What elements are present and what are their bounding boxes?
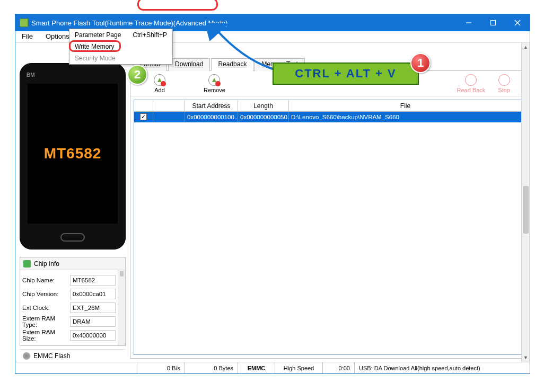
status-mode: High Speed: [275, 362, 323, 373]
read-back-button: Read Back: [457, 74, 486, 93]
window-title: Smart Phone Flash Tool(Runtime Trace Mod…: [31, 19, 457, 27]
chip-info-panel: Chip Info Chip Name: Chip Version: Ext C…: [20, 257, 126, 346]
status-bar: 0 B/s 0 Bytes EMMC High Speed 0:00 USB: …: [15, 362, 530, 373]
emmc-title: EMMC Flash: [33, 352, 70, 360]
annotation-badge-2: 2: [127, 65, 147, 85]
readback-table: Start Address Length File ✓ 0x0000000001…: [134, 100, 523, 355]
gear-icon: [23, 352, 30, 360]
chip-info-scrollbar[interactable]: [118, 270, 125, 345]
row-checkbox[interactable]: ✓: [140, 113, 147, 120]
menu-file[interactable]: File: [15, 31, 39, 42]
tab-download[interactable]: Download: [168, 58, 210, 71]
app-icon: [20, 19, 28, 27]
cell-file: D:\Lenovo_S660\backup\NVRAM_S660: [289, 112, 522, 122]
add-button[interactable]: Add: [154, 74, 165, 93]
stop-button: Stop: [498, 74, 510, 93]
left-panel: BM MT6582 Chip Info Chip Name: Chip Vers…: [15, 43, 130, 362]
cell-length: 0x000000000050...: [238, 112, 289, 122]
extern-ram-type-value[interactable]: [70, 316, 116, 327]
cell-start-address: 0x000000000100...: [185, 112, 238, 122]
extern-ram-size-label: Extern RAM Size:: [22, 328, 70, 342]
annotation-badge-1: 1: [410, 53, 431, 73]
table-row[interactable]: ✓ 0x000000000100... 0x000000000050... D:…: [134, 112, 522, 122]
chip-name-label: Chip Name:: [22, 273, 70, 287]
maximize-button[interactable]: [481, 14, 505, 31]
col-file[interactable]: File: [289, 100, 522, 111]
svg-rect-1: [491, 21, 496, 25]
status-usb: USB: DA Download All(high speed,auto det…: [355, 362, 530, 373]
phone-home-icon: [60, 233, 85, 242]
phone-chip-label: MT6582: [44, 145, 102, 162]
remove-button[interactable]: Remove: [204, 74, 225, 93]
window-menu-dropdown: Parameter Page Ctrl+Shift+P Write Memory…: [69, 29, 173, 65]
chip-version-label: Chip Version:: [22, 287, 70, 301]
annotation-shortcut-box: CTRL + ALT + V: [273, 63, 419, 85]
menu-parameter-page[interactable]: Parameter Page Ctrl+Shift+P: [69, 29, 172, 41]
annotation-title-highlight: [137, 0, 218, 11]
status-bytes: 0 Bytes: [185, 362, 238, 373]
status-time: 0:00: [323, 362, 355, 373]
status-storage: EMMC: [238, 362, 275, 373]
tab-readback[interactable]: Readback: [211, 58, 253, 71]
readback-icon: [465, 74, 477, 86]
menu-write-memory[interactable]: Write Memory: [69, 41, 172, 52]
phone-preview: BM MT6582: [20, 63, 126, 250]
extern-ram-type-label: Extern RAM Type:: [22, 315, 70, 328]
remove-icon: [208, 74, 220, 86]
minimize-button[interactable]: [457, 14, 481, 31]
add-icon: [154, 74, 165, 86]
chip-icon: [23, 260, 31, 268]
col-start-address[interactable]: Start Address: [185, 100, 238, 111]
right-panel: Format Download Readback Memory Test Add: [130, 43, 530, 362]
ext-clock-label: Ext Clock:: [22, 301, 70, 315]
close-button[interactable]: [505, 14, 530, 31]
chip-info-title: Chip Info: [34, 260, 59, 268]
menu-security-mode[interactable]: Security Mode: [69, 52, 172, 64]
chip-version-value[interactable]: [70, 289, 116, 299]
ext-clock-value[interactable]: [70, 302, 116, 313]
emmc-flash-panel[interactable]: EMMC Flash: [20, 349, 126, 362]
chip-name-value[interactable]: [70, 275, 116, 286]
extern-ram-size-value[interactable]: [70, 330, 116, 341]
status-speed: 0 B/s: [137, 362, 185, 373]
phone-brand-label: BM: [27, 72, 35, 78]
stop-icon: [498, 74, 510, 86]
col-length[interactable]: Length: [238, 100, 289, 111]
vertical-scrollbar[interactable]: ▲ ▼: [521, 43, 530, 362]
